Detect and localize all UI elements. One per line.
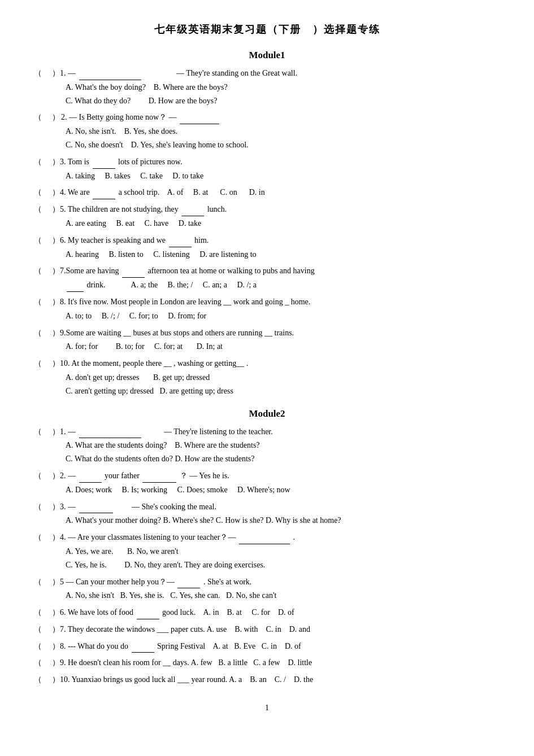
question-4: （ ）4. We are a school trip. A. of B. at … [34,186,500,199]
question-10: （ ）10. At the moment, people there __ , … [34,357,500,397]
m2-question-8: （ ）8. --- What do you do Spring Festival… [34,640,500,653]
m2-question-10: （ ）10. Yuanxiao brings us good luck all … [34,673,500,687]
question-1: （ ）1. — — They're standing on the Great … [34,67,500,107]
question-2: （ ） 2. — Is Betty going home now？ — A. N… [34,111,500,151]
module1-section: Module1 （ ）1. — — They're standing on th… [34,50,500,398]
module1-title: Module1 [34,50,500,61]
module2-title: Module2 [34,408,500,419]
m2-question-5: （ ）5 — Can your mother help you？— . She'… [34,575,500,603]
m2-question-4: （ ）4. — Are your classmates listening to… [34,531,500,571]
question-5: （ ）5. The children are not studying, the… [34,203,500,230]
m2-question-2: （ ）2. — your father ？ — Yes he is. A. Do… [34,469,500,497]
module2-section: Module2 （ ）1. — — They're listening to t… [34,408,500,687]
page-number: 1 [34,703,500,713]
question-6: （ ）6. My teacher is speaking and we him.… [34,234,500,261]
question-9: （ ）9.Some are waiting __ buses at bus st… [34,326,500,354]
main-title: 七年级英语期末复习题（下册 ）选择题专练 [34,23,500,36]
question-3: （ ）3. Tom is lots of pictures now. A. ta… [34,155,500,183]
m2-question-1: （ ）1. — — They're listening to the teach… [34,425,500,466]
m2-question-9: （ ）9. He doesn't clean his room for __ d… [34,656,500,670]
m2-question-7: （ ）7. They decorate the windows ___ pape… [34,623,500,636]
question-8: （ ）8. It's five now. Most people in Lond… [34,295,500,323]
m2-question-3: （ ）3. — — She's cooking the meal. A. Wha… [34,500,500,528]
m2-question-6: （ ）6. We have lots of food good luck. A.… [34,606,500,619]
question-7: （ ）7.Some are having afternoon tea at ho… [34,264,500,292]
